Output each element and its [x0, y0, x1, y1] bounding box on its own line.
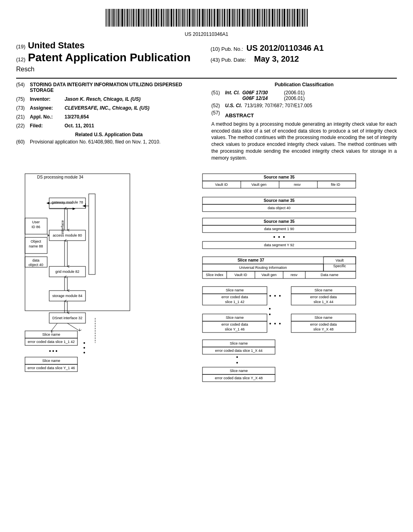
svg-rect-42 [173, 9, 174, 27]
middle-dots-y-c: • [279, 320, 281, 327]
svg-rect-102 [272, 9, 273, 27]
int-cl-row: (51) Int. Cl. G06F 17/30 (2006.01) G06F … [211, 90, 397, 101]
slice-name-37: Slice name 37 [238, 258, 265, 262]
svg-rect-65 [211, 9, 212, 27]
vert-dot-3: • [83, 349, 86, 356]
svg-rect-3 [108, 9, 110, 27]
svg-rect-120 [302, 9, 303, 27]
svg-rect-81 [237, 9, 238, 27]
svg-rect-111 [287, 9, 288, 27]
svg-rect-114 [292, 9, 293, 27]
svg-rect-58 [199, 9, 200, 27]
svg-rect-32 [156, 9, 157, 27]
int-cl-year-1: (2006.01) [284, 90, 305, 96]
svg-rect-41 [171, 9, 172, 27]
svg-rect-19 [135, 9, 136, 27]
assignee-num: (73) [16, 105, 27, 111]
svg-rect-64 [209, 9, 210, 27]
middle-dots-c: • [279, 293, 281, 299]
appl-label: Appl. No.: [30, 114, 62, 120]
mid-dots-2: • [278, 234, 280, 240]
svg-rect-75 [227, 9, 228, 27]
svg-rect-30 [153, 9, 154, 27]
svg-rect-99 [267, 9, 268, 27]
right-error-1-xb: slice 1_X 44 [313, 300, 333, 304]
svg-rect-29 [151, 9, 152, 27]
int-cl-code-2: G06F 12/14 [242, 96, 268, 101]
svg-rect-100 [269, 9, 270, 27]
svg-rect-23 [142, 9, 142, 27]
svg-rect-1 [106, 9, 106, 27]
bottom-right-error-1x: error coded data slice 1_X 44 [215, 349, 263, 353]
bottom-slice-name-1: Slice name [42, 332, 60, 337]
bottom-error-1-1: error coded data slice 1_1 42 [28, 340, 75, 344]
svg-rect-108 [282, 9, 283, 27]
content-columns: (54) STORING DATA INTEGRITY INFORMATION … [16, 82, 397, 162]
svg-rect-106 [279, 9, 280, 27]
int-cl-code-1: G06F 17/30 [242, 90, 268, 96]
svg-rect-92 [256, 9, 256, 27]
svg-rect-26 [146, 9, 147, 27]
svg-rect-79 [234, 9, 235, 27]
svg-rect-57 [197, 9, 198, 27]
patent-type: Patent Application Publication [28, 52, 190, 64]
svg-rect-85 [244, 9, 245, 27]
svg-rect-163 [202, 257, 356, 264]
svg-rect-116 [296, 9, 296, 27]
svg-rect-44 [176, 9, 177, 27]
svg-rect-84 [242, 9, 244, 27]
svg-rect-24 [143, 9, 144, 27]
svg-rect-123 [307, 9, 308, 27]
svg-rect-101 [271, 9, 271, 27]
svg-rect-72 [222, 9, 223, 27]
svg-rect-73 [224, 9, 225, 27]
svg-rect-16 [130, 9, 131, 27]
bottom-vert-dots-2: • [236, 360, 238, 366]
gateway-label: gateway module 78 [52, 200, 83, 204]
object-name-value: name 88 [29, 244, 43, 248]
type-prefix: (12) [16, 56, 25, 62]
file-id-header: file ID [331, 183, 340, 187]
svg-rect-28 [150, 9, 150, 27]
header-divider [16, 78, 397, 79]
svg-rect-8 [117, 9, 117, 27]
svg-rect-109 [284, 9, 285, 27]
svg-rect-61 [204, 9, 205, 27]
int-cl-label: Int. Cl. [225, 90, 240, 101]
svg-rect-88 [249, 9, 250, 27]
pub-number-line: US 20120110346A1 [16, 31, 397, 37]
svg-rect-105 [277, 9, 278, 27]
svg-rect-4 [111, 9, 111, 27]
pub-no-label: (10) Pub. No.: [211, 46, 243, 52]
right-error-1-1b: slice 1_1 42 [225, 300, 244, 304]
abstract-text: A method begins by a processing module g… [211, 121, 397, 162]
related-num: (60) [16, 139, 27, 145]
svg-rect-27 [148, 9, 149, 27]
object-name-label: Object [31, 239, 42, 243]
bottom-right-slice-y: Slice name [230, 369, 248, 373]
vault-specific-label: Vault [336, 258, 344, 262]
svg-rect-112 [289, 9, 290, 27]
appl-num: (21) [16, 114, 27, 120]
svg-rect-67 [214, 9, 215, 27]
middle-dots-y-b: • [274, 320, 276, 327]
svg-rect-82 [239, 9, 240, 27]
inventor-label: Inventor: [30, 96, 62, 102]
svg-rect-34 [160, 9, 160, 27]
dots-3: • [56, 348, 58, 354]
country-name: United States [28, 40, 85, 51]
svg-rect-18 [133, 9, 134, 27]
svg-rect-5 [112, 9, 113, 27]
mid-dots-3: • [283, 234, 285, 240]
svg-rect-118 [299, 9, 300, 27]
middle-dots-y-a: • [269, 320, 271, 327]
svg-rect-25 [145, 9, 146, 27]
int-cl-num: (51) [211, 90, 223, 101]
svg-rect-71 [221, 9, 221, 27]
svg-rect-17 [131, 9, 132, 27]
pub-no-value: US 2012/0110346 A1 [246, 44, 324, 53]
svg-rect-86 [246, 9, 246, 27]
svg-rect-77 [231, 9, 232, 27]
int-cl-row-1: G06F 17/30 (2006.01) [242, 90, 305, 96]
svg-rect-113 [291, 9, 291, 27]
